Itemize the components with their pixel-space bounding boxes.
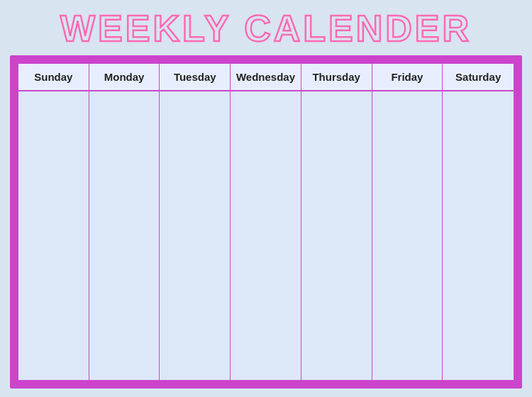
day-header-friday: Friday bbox=[372, 64, 443, 91]
day-column-sunday: Sunday bbox=[18, 64, 89, 380]
day-body-thursday[interactable] bbox=[301, 91, 372, 380]
day-header-thursday: Thursday bbox=[301, 64, 372, 91]
calendar-grid: SundayMondayTuesdayWednesdayThursdayFrid… bbox=[18, 64, 514, 380]
day-body-monday[interactable] bbox=[89, 91, 160, 380]
day-body-saturday[interactable] bbox=[443, 91, 514, 380]
day-body-tuesday[interactable] bbox=[160, 91, 230, 380]
day-body-wednesday[interactable] bbox=[231, 91, 301, 380]
day-column-monday: Monday bbox=[89, 64, 160, 380]
day-header-wednesday: Wednesday bbox=[231, 64, 301, 91]
day-header-monday: Monday bbox=[89, 64, 160, 91]
day-column-tuesday: Tuesday bbox=[160, 64, 231, 380]
day-column-saturday: Saturday bbox=[443, 64, 514, 380]
calendar-inner: SundayMondayTuesdayWednesdayThursdayFrid… bbox=[16, 62, 516, 382]
day-body-sunday[interactable] bbox=[18, 91, 89, 380]
day-column-friday: Friday bbox=[372, 64, 443, 380]
day-body-friday[interactable] bbox=[372, 91, 443, 380]
day-column-thursday: Thursday bbox=[301, 64, 372, 380]
day-column-wednesday: Wednesday bbox=[231, 64, 301, 380]
day-header-sunday: Sunday bbox=[18, 64, 89, 91]
page-title: WEEKLY CALENDER bbox=[60, 8, 472, 49]
day-header-saturday: Saturday bbox=[443, 64, 514, 91]
calendar-outer: SundayMondayTuesdayWednesdayThursdayFrid… bbox=[10, 55, 522, 388]
title-container: WEEKLY CALENDER bbox=[0, 0, 532, 55]
day-header-tuesday: Tuesday bbox=[160, 64, 230, 91]
